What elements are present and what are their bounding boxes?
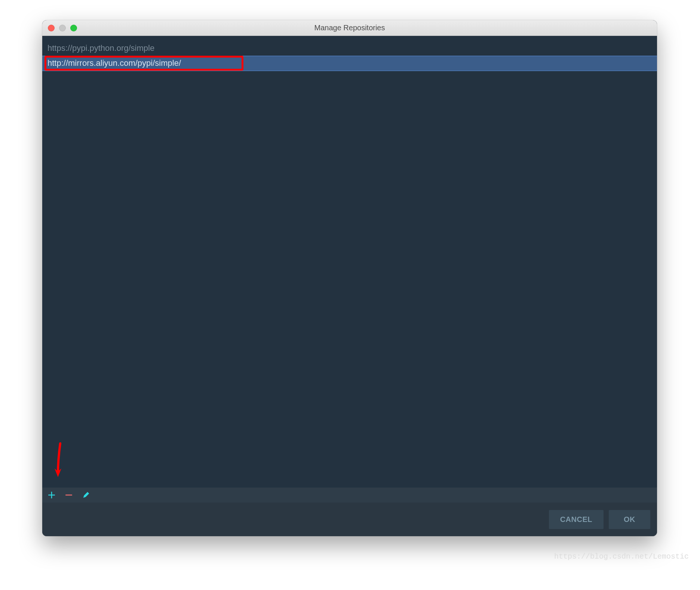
window-controls xyxy=(48,25,77,31)
close-window-button[interactable] xyxy=(48,25,55,31)
ok-button[interactable]: OK xyxy=(609,510,650,529)
pencil-icon xyxy=(83,492,89,498)
content-area: https://pypi.python.org/simple http://mi… xyxy=(42,36,657,488)
maximize-window-button[interactable] xyxy=(70,25,77,31)
remove-repository-button[interactable] xyxy=(65,491,73,499)
dialog-button-bar: CANCEL OK xyxy=(42,503,657,536)
minus-icon xyxy=(65,492,72,498)
titlebar: Manage Repositories xyxy=(42,20,657,36)
cancel-button[interactable]: CANCEL xyxy=(549,510,604,529)
add-repository-button[interactable] xyxy=(47,491,56,499)
list-toolbar xyxy=(42,488,657,503)
repository-list[interactable]: https://pypi.python.org/simple http://mi… xyxy=(42,36,657,71)
repository-item-selected[interactable]: http://mirrors.aliyun.com/pypi/simple/ xyxy=(42,56,657,71)
edit-repository-button[interactable] xyxy=(82,491,90,499)
minimize-window-button[interactable] xyxy=(59,25,66,31)
annotation-arrow xyxy=(53,442,68,480)
repository-item[interactable]: https://pypi.python.org/simple xyxy=(42,41,657,56)
plus-icon xyxy=(48,492,55,498)
window-title: Manage Repositories xyxy=(314,24,385,32)
svg-marker-1 xyxy=(55,468,61,477)
watermark-text: https://blog.csdn.net/Lemostic xyxy=(554,552,689,561)
manage-repositories-window: Manage Repositories https://pypi.python.… xyxy=(42,20,657,536)
